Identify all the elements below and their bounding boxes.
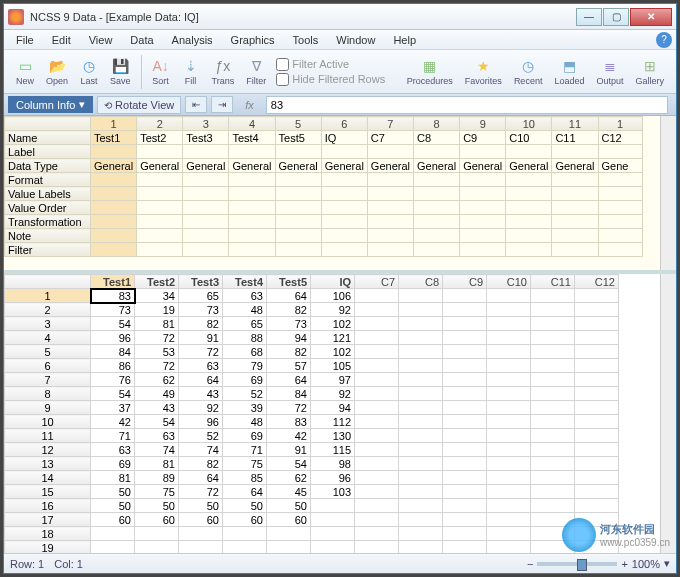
data-cell[interactable]: 54 [135, 415, 179, 429]
data-cell[interactable] [531, 289, 575, 303]
info-cell[interactable]: C8 [413, 131, 459, 145]
info-cell[interactable] [413, 229, 459, 243]
data-grid[interactable]: Test1Test2Test3Test4Test5IQC7C8C9C10C11C… [4, 274, 676, 553]
data-cell[interactable] [91, 527, 135, 541]
zoom-slider[interactable] [537, 562, 617, 566]
info-cell[interactable]: C9 [460, 131, 506, 145]
info-cell[interactable] [229, 201, 275, 215]
info-cell[interactable] [91, 215, 137, 229]
data-cell[interactable]: 62 [267, 471, 311, 485]
info-cell[interactable] [183, 173, 229, 187]
info-cell[interactable]: General [506, 159, 552, 173]
data-cell[interactable]: 64 [267, 289, 311, 303]
cell-value-input[interactable] [266, 96, 668, 114]
data-cell[interactable] [443, 457, 487, 471]
info-cell[interactable] [321, 187, 367, 201]
data-cell[interactable] [443, 499, 487, 513]
zoom-in-button[interactable]: + [621, 558, 627, 570]
data-cell[interactable] [355, 471, 399, 485]
data-cell[interactable] [443, 317, 487, 331]
data-cell[interactable]: 74 [179, 443, 223, 457]
info-cell[interactable] [552, 187, 598, 201]
data-cell[interactable] [311, 527, 355, 541]
last-button[interactable]: ◷Last [74, 55, 104, 88]
info-cell[interactable] [91, 201, 137, 215]
data-cell[interactable] [443, 429, 487, 443]
data-cell[interactable]: 96 [311, 471, 355, 485]
menu-data[interactable]: Data [122, 32, 161, 48]
data-col-header[interactable]: C10 [487, 275, 531, 289]
data-cell[interactable]: 50 [91, 485, 135, 499]
data-cell[interactable]: 45 [267, 485, 311, 499]
data-cell[interactable]: 96 [91, 331, 135, 345]
data-cell[interactable] [399, 457, 443, 471]
data-row-header[interactable]: 14 [5, 471, 91, 485]
data-cell[interactable]: 79 [223, 359, 267, 373]
info-cell[interactable] [460, 145, 506, 159]
info-cell[interactable] [275, 243, 321, 257]
info-cell[interactable] [321, 145, 367, 159]
data-col-header[interactable]: Test4 [223, 275, 267, 289]
data-cell[interactable] [531, 527, 575, 541]
data-cell[interactable]: 102 [311, 345, 355, 359]
info-cell[interactable] [137, 243, 183, 257]
data-cell[interactable] [355, 289, 399, 303]
data-cell[interactable]: 94 [311, 401, 355, 415]
data-cell[interactable] [355, 303, 399, 317]
info-cell[interactable] [137, 173, 183, 187]
info-cell[interactable]: Test4 [229, 131, 275, 145]
gallery-button[interactable]: ⊞Gallery [629, 55, 670, 88]
data-cell[interactable] [575, 289, 619, 303]
data-row-header[interactable]: 1 [5, 289, 91, 303]
data-cell[interactable]: 73 [91, 303, 135, 317]
data-cell[interactable] [443, 443, 487, 457]
data-cell[interactable]: 39 [223, 401, 267, 415]
info-cell[interactable]: C7 [367, 131, 413, 145]
data-cell[interactable]: 50 [91, 499, 135, 513]
data-cell[interactable] [355, 527, 399, 541]
data-row-header[interactable]: 9 [5, 401, 91, 415]
data-cell[interactable]: 48 [223, 303, 267, 317]
info-cell[interactable] [183, 187, 229, 201]
info-row-header[interactable]: Value Order [5, 201, 91, 215]
data-cell[interactable] [355, 401, 399, 415]
data-cell[interactable]: 130 [311, 429, 355, 443]
data-cell[interactable]: 60 [91, 513, 135, 527]
data-cell[interactable] [443, 401, 487, 415]
menu-window[interactable]: Window [328, 32, 383, 48]
data-cell[interactable]: 88 [223, 331, 267, 345]
data-cell[interactable] [443, 485, 487, 499]
data-cell[interactable] [531, 303, 575, 317]
info-cell[interactable] [552, 229, 598, 243]
menu-edit[interactable]: Edit [44, 32, 79, 48]
data-cell[interactable] [355, 373, 399, 387]
info-cell[interactable] [598, 173, 642, 187]
data-row-header[interactable]: 3 [5, 317, 91, 331]
info-col-header[interactable]: 2 [137, 117, 183, 131]
data-cell[interactable] [443, 345, 487, 359]
zoom-out-button[interactable]: − [527, 558, 533, 570]
data-cell[interactable] [531, 429, 575, 443]
info-cell[interactable] [598, 215, 642, 229]
data-cell[interactable]: 84 [267, 387, 311, 401]
info-cell[interactable] [460, 187, 506, 201]
info-cell[interactable] [552, 201, 598, 215]
data-cell[interactable] [531, 401, 575, 415]
info-cell[interactable] [229, 229, 275, 243]
data-cell[interactable]: 115 [311, 443, 355, 457]
data-cell[interactable] [355, 443, 399, 457]
data-cell[interactable] [179, 541, 223, 554]
data-cell[interactable] [487, 429, 531, 443]
info-cell[interactable] [460, 215, 506, 229]
info-cell[interactable] [229, 145, 275, 159]
info-col-header[interactable]: 6 [321, 117, 367, 131]
data-cell[interactable] [531, 345, 575, 359]
data-cell[interactable] [399, 513, 443, 527]
data-cell[interactable] [399, 359, 443, 373]
data-cell[interactable] [487, 317, 531, 331]
data-cell[interactable] [267, 527, 311, 541]
info-cell[interactable] [91, 173, 137, 187]
info-col-header[interactable]: 4 [229, 117, 275, 131]
data-col-header[interactable]: C9 [443, 275, 487, 289]
data-cell[interactable] [487, 401, 531, 415]
